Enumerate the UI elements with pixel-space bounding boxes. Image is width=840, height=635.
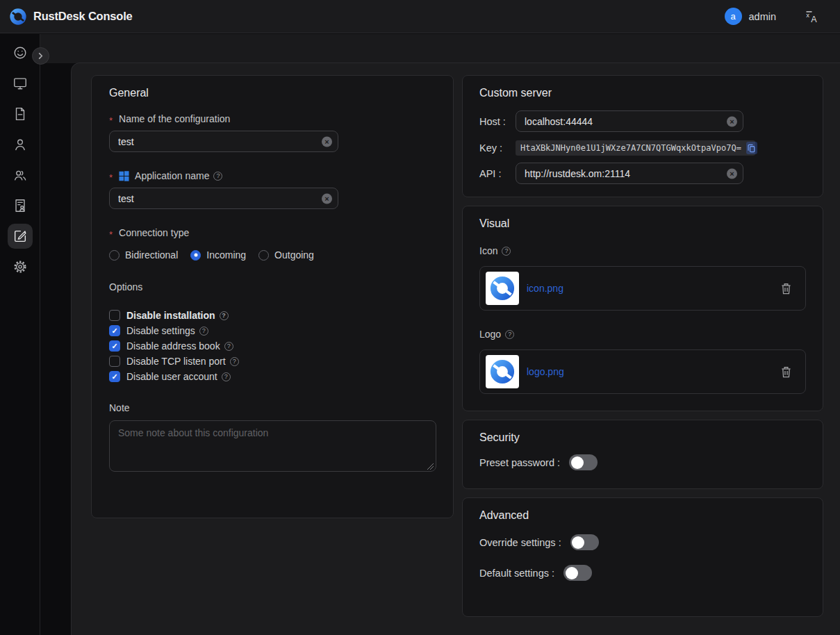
visual-card: Visual Icon — [462, 206, 823, 411]
application-name-help-icon[interactable] — [213, 172, 222, 181]
radio-incoming[interactable]: Incoming — [190, 249, 246, 261]
key-label: Key : — [479, 142, 516, 154]
username: admin — [749, 11, 777, 22]
custom-server-title: Custom server — [479, 87, 806, 99]
custom-server-card: Custom server Host : × Key : HtaXBkJNHy — [462, 75, 823, 197]
app-header: RustDesk Console a admin x A — [0, 0, 840, 33]
svg-text:x: x — [806, 11, 809, 19]
icon-help-icon[interactable] — [502, 247, 511, 256]
avatar: a — [725, 8, 742, 25]
visual-title: Visual — [479, 217, 806, 230]
sidebar-item-audit[interactable] — [8, 101, 33, 126]
clear-config-name-icon[interactable]: × — [322, 136, 332, 147]
disable-tcp-listen-port-help-icon[interactable] — [230, 357, 239, 366]
options-label: Options — [109, 281, 436, 292]
icon-file-link[interactable]: icon.png — [527, 283, 563, 294]
sidebar-rail — [0, 34, 40, 635]
rustdesk-logo-icon — [9, 8, 27, 26]
logo-help-icon[interactable] — [505, 330, 514, 339]
logo-preview-image — [486, 355, 519, 388]
radio-bidirectional[interactable]: Bidirectional — [109, 249, 178, 261]
api-input[interactable] — [516, 163, 743, 184]
advanced-title: Advanced — [479, 509, 806, 522]
sidebar-item-documents[interactable] — [8, 193, 33, 218]
application-name-label: Application name — [109, 170, 436, 181]
sidebar-item-settings[interactable] — [8, 254, 33, 279]
key-value: HtaXBkJNHyn0e1U1jWXze7A7CN7QTGWqxkOtpaVp… — [520, 143, 741, 153]
delete-logo-button[interactable] — [781, 366, 791, 378]
clear-application-name-icon[interactable]: × — [322, 193, 332, 204]
checkbox-disable-tcp-listen-port[interactable]: Disable TCP listen port — [109, 354, 436, 369]
config-name-label: Name of the configuration — [109, 113, 436, 124]
user-menu[interactable]: a admin — [725, 8, 777, 25]
delete-icon-button[interactable] — [781, 283, 791, 295]
checkbox-disable-user-account[interactable]: Disable user account — [109, 369, 436, 384]
default-settings-label: Default settings : — [479, 568, 554, 579]
brand: RustDesk Console — [9, 8, 133, 26]
logo-file-link[interactable]: logo.png — [527, 366, 564, 377]
config-name-input[interactable] — [109, 131, 338, 152]
sidebar-item-custom-client[interactable] — [8, 224, 33, 249]
override-settings-toggle[interactable] — [570, 534, 599, 550]
clear-host-icon[interactable]: × — [727, 116, 737, 126]
note-textarea[interactable] — [109, 420, 436, 472]
copy-key-button[interactable] — [746, 142, 757, 154]
copy-icon — [748, 144, 755, 153]
content-panel: General Name of the configuration × — [72, 63, 840, 635]
disable-installation-help-icon[interactable] — [220, 311, 229, 320]
icon-label: Icon — [479, 245, 806, 256]
api-label: API : — [479, 168, 516, 179]
connection-type-group: Bidirectional Incoming Outgoing — [109, 249, 436, 261]
options-group: Disable installation Disable settings Di… — [109, 308, 436, 384]
sidebar-item-devices[interactable] — [8, 71, 33, 96]
trash-icon — [781, 366, 791, 378]
disable-user-account-help-icon[interactable] — [222, 372, 231, 381]
key-value-chip: HtaXBkJNHyn0e1U1jWXze7A7CN7QTGWqxkOtpaVp… — [516, 140, 755, 156]
trash-icon — [781, 283, 791, 295]
checkbox-disable-address-book[interactable]: Disable address book — [109, 338, 436, 354]
sidebar-item-users[interactable] — [8, 132, 33, 157]
preset-password-label: Preset password : — [479, 457, 560, 468]
disable-address-book-help-icon[interactable] — [224, 342, 233, 351]
icon-preview-image — [486, 272, 519, 305]
host-input[interactable] — [516, 110, 743, 132]
connection-type-label: Connection type — [109, 227, 436, 238]
general-title: General — [109, 87, 436, 99]
icon-file-box: icon.png — [479, 266, 806, 311]
note-label: Note — [109, 402, 436, 413]
radio-outgoing-control[interactable] — [258, 250, 269, 261]
checkbox-disable-settings[interactable]: Disable settings — [109, 323, 436, 338]
general-card: General Name of the configuration × — [91, 75, 454, 518]
sidebar-item-dashboard[interactable] — [8, 40, 33, 65]
disable-settings-help-icon[interactable] — [199, 327, 208, 336]
document-icon — [13, 106, 28, 122]
security-title: Security — [479, 431, 806, 444]
sidebar-expand-button[interactable] — [32, 47, 49, 65]
user-icon — [13, 137, 28, 152]
smiley-icon — [13, 45, 28, 60]
application-name-input[interactable] — [109, 188, 338, 209]
monitor-icon — [13, 76, 28, 91]
edit-square-icon — [13, 229, 28, 244]
app-title: RustDesk Console — [33, 10, 133, 23]
advanced-card: Advanced Override settings : Default set… — [462, 497, 823, 617]
logo-file-box: logo.png — [479, 349, 806, 394]
security-card: Security Preset password : — [462, 420, 823, 489]
logo-label: Logo — [479, 329, 806, 340]
clear-api-icon[interactable]: × — [727, 168, 737, 179]
svg-text:A: A — [811, 14, 817, 24]
windows-logo-icon — [119, 171, 129, 181]
document-user-icon — [13, 198, 28, 213]
radio-outgoing[interactable]: Outgoing — [258, 249, 314, 261]
checkbox-disable-installation[interactable]: Disable installation — [109, 308, 436, 323]
radio-bidirectional-control[interactable] — [109, 250, 120, 261]
gear-icon — [13, 259, 28, 274]
radio-incoming-control[interactable] — [190, 250, 201, 261]
translate-icon: x A — [805, 10, 819, 24]
default-settings-toggle[interactable] — [563, 565, 592, 581]
preset-password-toggle[interactable] — [569, 454, 598, 470]
sidebar-item-groups[interactable] — [8, 163, 33, 188]
users-group-icon — [13, 167, 28, 183]
host-label: Host : — [479, 116, 516, 127]
language-switch-button[interactable]: x A — [805, 10, 819, 24]
